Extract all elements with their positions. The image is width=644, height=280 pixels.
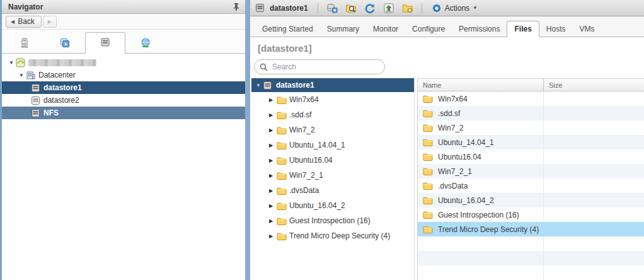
datastore-icon	[31, 96, 40, 105]
folder-tree-item-label: Win7x64	[289, 95, 319, 104]
folder-icon	[277, 111, 287, 119]
folder-icon	[277, 217, 287, 225]
folder-tree-item-label: Ubuntu_14.04_1	[289, 141, 345, 149]
tree-node-datacenter[interactable]: ▼ Datacenter	[2, 69, 245, 81]
file-name: Ubuntu16.04	[438, 153, 481, 161]
register-vm-button[interactable]	[324, 1, 340, 15]
refresh-button[interactable]	[362, 1, 378, 15]
chevron-down-icon[interactable]: ▼	[17, 73, 26, 78]
file-name: Ubuntu_14.04_1	[438, 138, 494, 147]
chevron-right-icon[interactable]: ▶	[269, 158, 277, 163]
folder-tree-item-label: Ubuntu_16.04_2	[289, 201, 345, 210]
search-input[interactable]	[272, 62, 379, 71]
folder-tree-item-label: Win7_2	[289, 125, 315, 134]
folder-tree-items: ▶Win7x64▶.sdd.sf▶Win7_2▶Ubuntu_14.04_1▶U…	[251, 92, 414, 243]
tab-getting-started[interactable]: Getting Started	[255, 21, 320, 37]
tab-permissions[interactable]: Permissions	[452, 21, 507, 37]
tab-storage[interactable]	[85, 32, 125, 54]
tree-node-datastore2[interactable]: datastore2	[2, 94, 245, 107]
object-tab-bar: Getting Started Summary Monitor Configur…	[250, 16, 644, 37]
chevron-right-icon[interactable]: ▶	[269, 127, 277, 133]
navigation-history-bar: ◀ Back ▶	[2, 14, 245, 30]
tab-hosts-and-clusters[interactable]	[4, 34, 45, 53]
main-panel: datastore1 Actions	[250, 0, 644, 280]
back-button[interactable]: ◀ Back	[6, 16, 42, 28]
pin-icon[interactable]	[233, 3, 240, 11]
folder-tree-item[interactable]: ▶Win7x64	[251, 92, 414, 107]
file-row[interactable]: Ubuntu_16.04_2	[418, 193, 644, 207]
file-row[interactable]: Trend Micro Deep Security (4)	[418, 222, 644, 236]
file-name: Trend Micro Deep Security (4)	[438, 225, 539, 234]
folder-tree-item[interactable]: ▶Trend Micro Deep Security (4)	[251, 228, 414, 243]
file-search-box[interactable]	[254, 59, 385, 74]
folder-tree-item[interactable]: ▶.sdd.sf	[251, 107, 414, 122]
file-name: .dvsData	[438, 182, 468, 190]
forward-button[interactable]: ▶	[43, 16, 57, 28]
folder-tree-item-label: Guest Introspection (16)	[289, 216, 371, 225]
folder-tree-item[interactable]: ▶Guest Introspection (16)	[251, 213, 414, 228]
datastore-icon	[255, 3, 265, 13]
chevron-right-icon[interactable]: ▶	[269, 173, 277, 178]
folder-tree-item[interactable]: ▶.dvsData	[251, 183, 414, 198]
tab-hosts[interactable]: Hosts	[539, 21, 573, 37]
actions-label: Actions	[445, 4, 469, 13]
forward-arrow-icon: ▶	[48, 19, 52, 25]
network-globe-icon	[140, 37, 151, 50]
file-list-header: Name Size	[418, 78, 644, 91]
chevron-down-icon[interactable]: ▼	[7, 60, 16, 66]
chevron-down-icon[interactable]: ▼	[254, 83, 263, 88]
tab-monitor[interactable]: Monitor	[366, 21, 405, 37]
manage-storage-button[interactable]	[400, 1, 416, 15]
panel-splitter[interactable]	[245, 0, 250, 280]
folder-tree-root[interactable]: ▼ datastore1	[251, 78, 414, 92]
file-row[interactable]: Ubuntu_14.04_1	[418, 135, 644, 149]
folder-tree-item[interactable]: ▶Win7_2	[251, 122, 414, 137]
chevron-right-icon[interactable]: ▶	[269, 233, 277, 239]
folder-tree-item[interactable]: ▶Win7_2_1	[251, 168, 414, 183]
folder-icon	[423, 182, 433, 190]
file-row[interactable]: Guest Introspection (16)	[418, 207, 644, 222]
tab-vms[interactable]: VMs	[573, 21, 602, 37]
file-browser: ▼ datastore1 ▶Win7x64▶.sdd.sf▶Win7_2▶Ubu…	[250, 78, 644, 280]
column-header-name[interactable]: Name	[418, 79, 544, 91]
folder-tree-item[interactable]: ▶Ubuntu_14.04_1	[251, 137, 414, 153]
datacenter-node-label: Datacenter	[38, 71, 76, 79]
datastore1-node-label: datastore1	[43, 83, 82, 92]
vcenter-node-label-redacted	[28, 59, 96, 66]
tab-networking[interactable]	[125, 34, 166, 53]
tree-node-nfs[interactable]: NFS	[2, 107, 245, 119]
file-row[interactable]: Ubuntu16.04	[418, 149, 644, 164]
folder-tree-item[interactable]: ▶Ubuntu_16.04_2	[251, 198, 414, 213]
file-row[interactable]: Win7_2_1	[418, 164, 644, 178]
folder-icon	[423, 167, 433, 175]
back-label: Back	[18, 17, 35, 26]
file-name: Ubuntu_16.04_2	[438, 196, 494, 205]
file-row[interactable]: .dvsData	[418, 178, 644, 193]
file-row[interactable]: .sdd.sf	[418, 106, 644, 120]
folder-icon	[423, 211, 433, 219]
tab-files[interactable]: Files	[507, 21, 539, 37]
file-row[interactable]: Win7x64	[418, 91, 644, 106]
tab-vms-and-templates[interactable]	[45, 34, 85, 53]
chevron-right-icon[interactable]: ▶	[269, 188, 277, 194]
tab-summary[interactable]: Summary	[320, 21, 366, 37]
tree-node-vcenter[interactable]: ▼	[2, 56, 245, 69]
datastore-path-heading: [datastore1]	[250, 37, 644, 54]
folder-icon	[423, 196, 433, 204]
chevron-right-icon[interactable]: ▶	[269, 218, 277, 224]
folder-tree-item[interactable]: ▶Ubuntu16.04	[251, 153, 414, 168]
folder-icon	[423, 225, 433, 233]
column-header-size[interactable]: Size	[544, 79, 644, 91]
chevron-right-icon[interactable]: ▶	[269, 97, 277, 103]
folder-tree-item-label: Trend Micro Deep Security (4)	[289, 231, 390, 240]
tree-node-datastore1[interactable]: datastore1	[2, 81, 245, 94]
chevron-right-icon[interactable]: ▶	[269, 203, 277, 209]
datastore-icon	[31, 108, 40, 118]
browse-files-button[interactable]	[343, 1, 359, 15]
tab-configure[interactable]: Configure	[405, 21, 452, 37]
upload-file-button[interactable]	[381, 1, 397, 15]
file-row[interactable]: Win7_2	[418, 120, 644, 135]
actions-menu-button[interactable]: Actions ▼	[428, 1, 481, 15]
chevron-right-icon[interactable]: ▶	[269, 112, 277, 118]
chevron-right-icon[interactable]: ▶	[269, 143, 277, 148]
